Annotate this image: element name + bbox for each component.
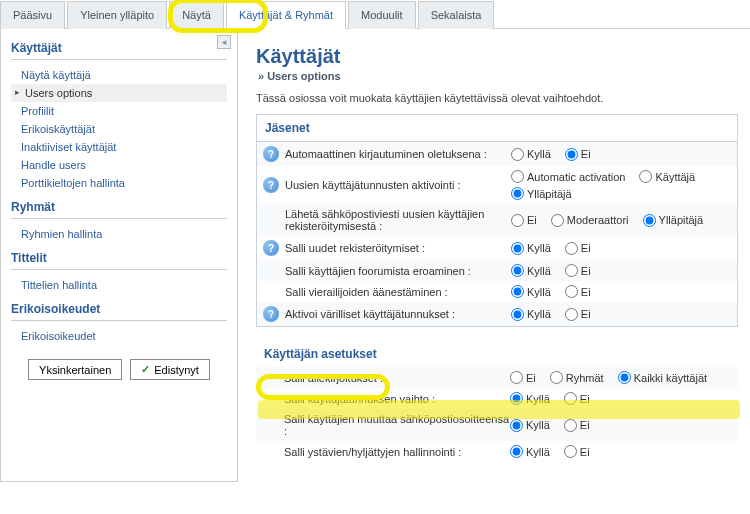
option[interactable]: Ei	[565, 264, 591, 277]
help-icon[interactable]: ?	[263, 306, 279, 322]
setting-row: ?Aktivoi värilliset käyttäjätunnukset :K…	[257, 302, 737, 326]
setting-label: Aktivoi värilliset käyttäjätunnukset :	[285, 308, 455, 320]
tab-3[interactable]: Käyttäjät & Ryhmät	[226, 1, 346, 29]
option-radio[interactable]	[510, 445, 523, 458]
breadcrumb: » Users options	[256, 70, 738, 82]
option-radio[interactable]	[639, 170, 652, 183]
option-label: Kyllä	[527, 265, 551, 277]
option-label: Ei	[581, 265, 591, 277]
page-title: Käyttäjät	[256, 45, 738, 68]
option-radio[interactable]	[511, 285, 524, 298]
help-icon[interactable]: ?	[263, 146, 279, 162]
option[interactable]: Ei	[565, 242, 591, 255]
option-label: Ei	[580, 393, 590, 405]
simple-mode-button[interactable]: Yksinkertainen	[28, 359, 122, 380]
option[interactable]: Ei	[510, 371, 536, 384]
option[interactable]: Kyllä	[511, 264, 551, 277]
option-radio[interactable]	[511, 264, 524, 277]
option-label: Ryhmät	[566, 372, 604, 384]
option[interactable]: Ei	[565, 285, 591, 298]
simple-label: Yksinkertainen	[39, 364, 111, 376]
sidebar-item[interactable]: Tittelien hallinta	[11, 276, 227, 294]
option[interactable]: Kyllä	[510, 445, 550, 458]
option[interactable]: Ylläpitäjä	[643, 214, 704, 227]
option-label: Ei	[526, 372, 536, 384]
setting-label: Salli uudet rekisteröitymiset :	[285, 242, 425, 254]
option[interactable]: Ei	[564, 419, 590, 432]
option[interactable]: Ei	[565, 308, 591, 321]
option-label: Moderaattori	[567, 214, 629, 226]
option-label: Kyllä	[526, 419, 550, 431]
option-radio[interactable]	[550, 371, 563, 384]
option-radio[interactable]	[511, 148, 524, 161]
option[interactable]: Kyllä	[510, 419, 550, 432]
help-icon[interactable]: ?	[263, 177, 279, 193]
sidebar-item[interactable]: Profiilit	[11, 102, 227, 120]
setting-label: Salli ystävien/hyljättyjen hallinnointi …	[284, 446, 461, 458]
setting-label: Salli allekirjoitukset :	[284, 372, 383, 384]
option-radio[interactable]	[565, 264, 578, 277]
sidebar-item[interactable]: Erikoiskäyttäjät	[11, 120, 227, 138]
option-radio[interactable]	[564, 392, 577, 405]
option-label: Kyllä	[527, 242, 551, 254]
option-radio[interactable]	[511, 170, 524, 183]
option-radio[interactable]	[565, 285, 578, 298]
option[interactable]: Ei	[511, 214, 537, 227]
option[interactable]: Kyllä	[511, 148, 551, 161]
option-radio[interactable]	[511, 187, 524, 200]
sidebar-item[interactable]: Handle users	[11, 156, 227, 174]
option-radio[interactable]	[565, 242, 578, 255]
option[interactable]: Ylläpitäjä	[511, 187, 572, 200]
setting-label: Salli käyttäjien foorumista eroaminen :	[285, 265, 471, 277]
sidebar-item[interactable]: Ryhmien hallinta	[11, 225, 227, 243]
option-radio[interactable]	[564, 419, 577, 432]
tab-5[interactable]: Sekalaista	[418, 1, 495, 29]
sidebar-item[interactable]: Inaktiiviset käyttäjät	[11, 138, 227, 156]
tab-1[interactable]: Yleinen ylläpito	[67, 1, 167, 29]
advanced-mode-button[interactable]: ✓Edistynyt	[130, 359, 210, 380]
option-radio[interactable]	[551, 214, 564, 227]
option-radio[interactable]	[511, 242, 524, 255]
option[interactable]: Ei	[564, 392, 590, 405]
sidebar-item[interactable]: Porttikieltojen hallinta	[11, 174, 227, 192]
option[interactable]: Kyllä	[511, 242, 551, 255]
option-radio[interactable]	[618, 371, 631, 384]
option[interactable]: Ei	[565, 148, 591, 161]
tab-2[interactable]: Näytä	[169, 1, 224, 29]
option-radio[interactable]	[511, 214, 524, 227]
option-radio[interactable]	[510, 392, 523, 405]
option[interactable]: Moderaattori	[551, 214, 629, 227]
option-label: Käyttäjä	[655, 171, 695, 183]
advanced-label: Edistynyt	[154, 364, 199, 376]
option-label: Ei	[580, 419, 590, 431]
tab-4[interactable]: Moduulit	[348, 1, 416, 29]
sidebar-section-title: Ryhmät	[11, 200, 227, 219]
option-radio[interactable]	[511, 308, 524, 321]
option[interactable]: Kyllä	[511, 308, 551, 321]
option[interactable]: Kaikki käyttäjät	[618, 371, 707, 384]
option-radio[interactable]	[565, 308, 578, 321]
collapse-icon[interactable]: ◄	[217, 35, 231, 49]
help-icon[interactable]: ?	[263, 240, 279, 256]
option-radio[interactable]	[643, 214, 656, 227]
sidebar-item[interactable]: Erikoisoikeudet	[11, 327, 227, 345]
option[interactable]: Automatic activation	[511, 170, 625, 183]
option-radio[interactable]	[565, 148, 578, 161]
option-radio[interactable]	[510, 371, 523, 384]
panel-title: Käyttäjän asetukset	[256, 341, 738, 367]
setting-row: ?Uusien käyttäjätunnusten aktivointi :Au…	[257, 166, 737, 204]
sidebar-item[interactable]: Users options	[11, 84, 227, 102]
option[interactable]: Kyllä	[511, 285, 551, 298]
option-label: Automatic activation	[527, 171, 625, 183]
option[interactable]: Ryhmät	[550, 371, 604, 384]
option-radio[interactable]	[564, 445, 577, 458]
option-radio[interactable]	[510, 419, 523, 432]
option[interactable]: Kyllä	[510, 392, 550, 405]
main-content: Käyttäjät » Users options Tässä osiossa …	[238, 29, 750, 482]
option[interactable]: Ei	[564, 445, 590, 458]
sidebar-item[interactable]: Näytä käyttäjä	[11, 66, 227, 84]
tab-0[interactable]: Pääsivu	[0, 1, 65, 29]
setting-row: ?Automaattinen kirjautuminen oletuksena …	[257, 142, 737, 166]
option[interactable]: Käyttäjä	[639, 170, 695, 183]
option-label: Kyllä	[527, 286, 551, 298]
